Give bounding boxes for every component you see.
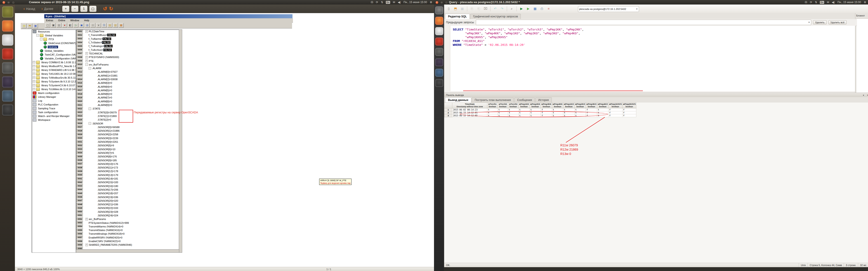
collapse-icon[interactable]: - xyxy=(36,34,39,37)
variable-row[interactable]: 0043.SENSOR[16] = 180 xyxy=(76,184,179,188)
paste-icon[interactable]: ⎗ xyxy=(476,6,482,11)
variable-row[interactable]: 0053PTESystemStatus (%MW2412) = 999 xyxy=(76,221,179,225)
execute-query-icon[interactable]: ▶ xyxy=(519,6,524,11)
variable-row[interactable]: 0011-.ALARM xyxy=(76,66,179,70)
collapse-icon[interactable]: - xyxy=(40,38,42,40)
chrome-launcher-icon[interactable] xyxy=(435,27,443,35)
variable-row[interactable]: 0048.SENSOR[21] = 336 xyxy=(76,203,179,206)
data-cell[interactable]: f xyxy=(609,114,622,117)
dash-home-launcher-icon[interactable] xyxy=(435,6,443,14)
variable-row[interactable]: 0017.ALARM[5] = 0 xyxy=(76,89,179,92)
variable-row[interactable]: 0004f_TxStates = FALSE xyxy=(76,41,179,44)
rotate-left-button[interactable]: ↺ xyxy=(103,6,107,12)
tree-item[interactable]: +library TcSystemCX.lib 6.10.07 10:36:54… xyxy=(32,83,76,87)
column-header-wTorch1[interactable]: wTorch1boolean xyxy=(487,103,498,108)
terminal-launcher-icon[interactable] xyxy=(2,76,13,88)
gimp-launcher-icon[interactable] xyxy=(2,62,13,74)
expand-icon[interactable]: + xyxy=(86,244,88,246)
column-header-wPmp4KK[interactable]: wPmp4KKboolean xyxy=(552,103,563,108)
clock-indicator[interactable]: Пн., 15 июня 15:00 xyxy=(403,1,427,4)
updown-arrows-icon[interactable]: ⇅ xyxy=(381,1,383,4)
variable-row[interactable]: 0041.SENSOR[14] = 181 xyxy=(76,177,179,180)
tree-item[interactable]: Sampling Trace xyxy=(32,106,76,110)
project-icon[interactable]: ▥ xyxy=(57,23,61,28)
variable-row[interactable]: 0016.ALARM[4] = 0 xyxy=(76,85,179,88)
variable-row[interactable]: 0058EnableCSRV (%MW2422) = 0 xyxy=(76,239,179,243)
variable-row[interactable]: 0013.ALARM[1] = 21881 xyxy=(76,74,179,77)
variable-row[interactable]: 0045.SENSOR[18] = 207 xyxy=(76,192,179,195)
data-cell[interactable]: f xyxy=(541,108,552,111)
folder2-icon[interactable]: ▧ xyxy=(113,23,118,28)
step-icon[interactable]: ◧ xyxy=(68,23,73,28)
expand-icon[interactable]: + xyxy=(86,52,88,55)
variable-row[interactable]: 0009+PTE xyxy=(76,59,179,63)
tree-item[interactable]: Global_Variables xyxy=(32,49,76,53)
new-file-icon[interactable]: ▤ xyxy=(22,24,27,28)
expand-icon[interactable]: + xyxy=(33,76,35,79)
text-editor-launcher-icon[interactable] xyxy=(2,104,13,115)
filezilla-launcher-icon[interactable] xyxy=(2,48,13,60)
chrome-launcher-icon[interactable] xyxy=(2,34,13,46)
collapse-icon[interactable]: - xyxy=(89,67,91,70)
variable-row[interactable]: 0052+arc_BufParams xyxy=(76,217,179,221)
table-row[interactable]: 12015-06-02 08:14:23tttttftttftff xyxy=(444,108,636,111)
watch-icon[interactable]: ∨ xyxy=(96,23,101,28)
data-cell[interactable]: f xyxy=(609,108,622,111)
save-icon[interactable]: ▦ xyxy=(33,24,38,28)
variable-row[interactable]: 0021.ALARM[9] = 0 xyxy=(76,103,179,107)
zoom-normal-button[interactable]: 1 xyxy=(80,6,88,12)
minimize-button[interactable]: – xyxy=(7,1,10,4)
data-cell[interactable]: f xyxy=(622,108,636,111)
column-header-wPmp3KK[interactable]: wPmp3KKboolean xyxy=(541,103,552,108)
data-cell[interactable]: f xyxy=(622,114,636,117)
variable-row[interactable]: 0055TransmitStates (%MW2416) = 0 xyxy=(76,228,179,232)
variable-row[interactable]: 0050.SENSOR[23] = 328 xyxy=(76,210,179,214)
delete-query-button[interactable]: Удалить xyxy=(813,20,827,24)
open-file-icon[interactable]: ⬒ xyxy=(453,6,458,11)
logout-icon[interactable]: ◎ xyxy=(85,23,90,28)
login-icon[interactable]: ◉ xyxy=(79,23,84,28)
tab-Графический конструктор запросов[interactable]: Графический конструктор запросов xyxy=(470,14,521,19)
tree-item[interactable]: PLC Configuration xyxy=(32,103,76,106)
clock-indicator[interactable]: Пн., 15 июня 15:00 xyxy=(837,1,861,4)
folder-icon[interactable]: ▨ xyxy=(107,23,112,28)
toggle-icon[interactable]: ▢ xyxy=(45,23,50,28)
variable-row[interactable]: 0029.SENSOR[2] = 2258 xyxy=(76,133,179,136)
expand-icon[interactable]: + xyxy=(33,65,35,67)
sync-icon[interactable]: ⟳ xyxy=(376,1,378,4)
variable-row[interactable]: 0036.SENSOR[9] = 185 xyxy=(76,158,179,162)
pgadmin-launcher-icon[interactable] xyxy=(435,69,443,77)
variables-vscrollbar[interactable] xyxy=(179,29,182,253)
firefox-launcher-icon[interactable] xyxy=(435,17,443,25)
zoom-out-button[interactable]: − xyxy=(71,6,79,12)
zoom-in-button[interactable]: + xyxy=(62,6,69,12)
variable-row[interactable]: 0057EnableRRSRV (%MW2420) = 0 xyxy=(76,236,179,239)
column-header-wPmp3KO[interactable]: wPmp3KOboolean xyxy=(586,103,597,108)
connection-combo[interactable]: ptescada на postgres@172.16.1.202:5432 ▼ xyxy=(578,6,639,12)
files-launcher-icon[interactable] xyxy=(2,6,13,18)
terminal-launcher-icon[interactable] xyxy=(435,58,443,66)
data-cell[interactable]: t xyxy=(530,108,541,111)
menu-item-extras[interactable]: Extras xyxy=(46,19,53,22)
variable-row[interactable]: 0008+PTESYSINFO (%MW5000) xyxy=(76,55,179,59)
data-cell[interactable]: f xyxy=(586,108,597,111)
variable-row[interactable]: 0047.SENSOR[20] = 320 xyxy=(76,199,179,203)
data-cell[interactable]: 2015-06-02 08:14:23 xyxy=(452,108,487,111)
row-number-cell[interactable]: 1 xyxy=(444,108,452,111)
explain-query-icon[interactable]: ▦ xyxy=(532,6,538,11)
data-cell[interactable]: t xyxy=(552,108,563,111)
expand-icon[interactable]: + xyxy=(33,61,35,64)
session-gear-icon[interactable]: ⚙ xyxy=(430,1,432,4)
data-cell[interactable]: t xyxy=(487,108,498,111)
variable-row[interactable]: 0006f_TxArchive = FALSE xyxy=(76,48,179,52)
variable-row[interactable]: 0005f_TxAnalogs = FALSE xyxy=(76,44,179,48)
zoom-fit-button[interactable]: ▢ xyxy=(89,6,96,12)
network-icon[interactable]: ☊ xyxy=(805,1,807,4)
data-cell[interactable]: t xyxy=(563,108,575,111)
variable-row[interactable]: 0040.SENSOR[13] = 179 xyxy=(76,173,179,177)
column-header-TimeState[interactable]: TimeStatetimestamp without time zone xyxy=(452,103,487,108)
output-tab-Сообщения[interactable]: Сообщения xyxy=(514,97,535,103)
data-cell[interactable]: t xyxy=(508,108,519,111)
new-query-icon[interactable]: ▯ xyxy=(446,6,452,11)
text-editor-launcher-icon[interactable] xyxy=(435,79,443,87)
